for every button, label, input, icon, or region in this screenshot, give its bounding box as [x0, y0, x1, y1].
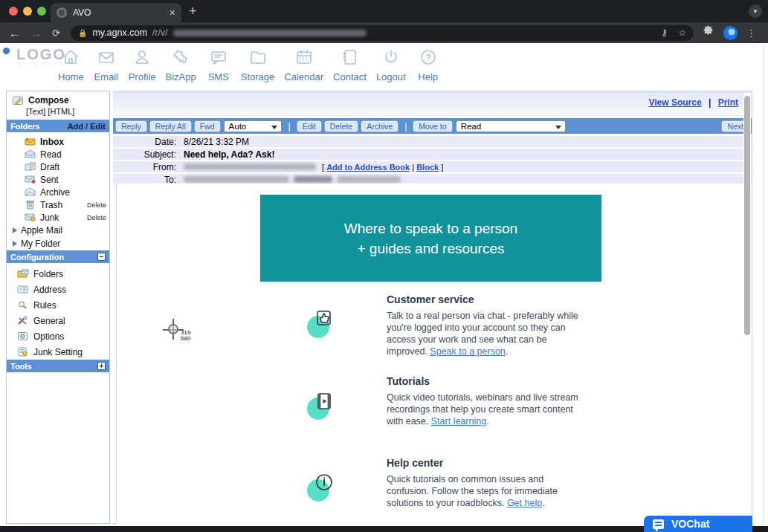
power-icon — [381, 48, 401, 70]
delete-button[interactable]: Delete — [325, 121, 358, 132]
start-learning-link[interactable]: Start learning — [431, 416, 486, 426]
sidebar-item-read[interactable]: Read — [7, 148, 109, 160]
reply-button[interactable]: Reply — [116, 121, 146, 132]
browser-toolbar: ← → ⟳ 🔒 my.agnx.com /r/v/ ⚷ ☆ ⋮ — [0, 22, 768, 43]
reading-pane-top-strip: View Source | Print — [113, 91, 752, 118]
expander-triangle-icon[interactable] — [13, 227, 17, 233]
config-options-icon — [17, 331, 28, 341]
banner-line-1: Where to speak to a person — [260, 219, 601, 238]
nav-item-sms[interactable]: SMS — [206, 48, 231, 82]
sidebar-item-junk[interactable]: Junk Delete — [7, 211, 109, 224]
collapse-minus-icon[interactable]: − — [97, 253, 106, 261]
scrollbar-track[interactable] — [743, 93, 751, 522]
config-junk-setting-icon — [17, 347, 28, 357]
minimize-window-button[interactable] — [23, 7, 32, 16]
expand-plus-icon[interactable]: + — [97, 362, 106, 370]
sidebar-item-inbox[interactable]: Inbox — [7, 135, 109, 148]
edit-button[interactable]: Edit — [297, 121, 321, 132]
browser-profile-avatar[interactable] — [723, 26, 738, 40]
browser-menu-icon[interactable]: ⋮ — [746, 27, 756, 39]
folders-section-header: Folders Add / Edit — [7, 120, 109, 132]
sidebar-item-sent[interactable]: Sent — [7, 173, 109, 186]
scrollbar-thumb[interactable] — [744, 96, 750, 335]
archive-button[interactable]: Archive — [361, 121, 398, 132]
folders-add-edit-link[interactable]: Add / Edit — [68, 122, 106, 131]
tab-close-icon[interactable]: × — [170, 7, 175, 18]
nav-item-bizapp[interactable]: BizApp — [166, 48, 196, 82]
section-help-center: Help center Quick tutorials on common is… — [260, 457, 601, 525]
expander-triangle-icon[interactable] — [13, 241, 17, 247]
read-mail-icon — [25, 149, 36, 159]
nav-item-help[interactable]: ? Help — [416, 48, 441, 82]
close-window-button[interactable] — [9, 7, 18, 16]
move-to-folder-select[interactable]: Read — [456, 120, 566, 132]
reply-all-button[interactable]: Reply All — [150, 121, 191, 132]
sidebar-item-config-options[interactable]: Options — [7, 328, 109, 344]
sidebar-item-trash[interactable]: Trash Delete — [7, 198, 109, 211]
trash-delete-link[interactable]: Delete — [87, 201, 106, 209]
format-select[interactable]: Auto — [224, 120, 282, 132]
mail-sidebar: Compose [Text] [HTML] Folders Add / Edit… — [6, 91, 110, 524]
password-key-icon[interactable]: ⚷ — [661, 27, 668, 38]
crosshair-cursor: 319 680 — [167, 322, 196, 345]
compose-button[interactable]: Compose — [7, 91, 109, 106]
video-film-icon — [307, 389, 340, 421]
redacted-reply-to-label — [294, 176, 332, 183]
bookmark-star-icon[interactable]: ☆ — [678, 27, 686, 38]
redacted-to-address — [184, 176, 289, 183]
nav-item-logout[interactable]: Logout — [376, 48, 406, 82]
nav-item-contact[interactable]: Contact — [333, 48, 367, 82]
address-bar[interactable]: 🔒 my.agnx.com /r/v/ ⚷ ☆ — [71, 25, 694, 41]
configuration-section-header[interactable]: Configuration − — [7, 250, 109, 263]
banner-line-2: + guides and resources — [260, 239, 601, 258]
nav-item-calendar[interactable]: Calendar — [284, 48, 323, 82]
folder-icon — [248, 48, 268, 70]
zoom-window-button[interactable] — [37, 7, 46, 16]
speak-to-a-person-link[interactable]: Speak to a person — [430, 346, 505, 357]
block-link[interactable]: Block — [416, 163, 439, 172]
extensions-puzzle-icon[interactable] — [703, 25, 714, 40]
browser-tab[interactable]: AVO × — [51, 3, 181, 22]
sent-mail-icon — [25, 175, 36, 184]
sidebar-item-apple-mail[interactable]: Apple Mail — [7, 224, 109, 237]
nav-item-storage[interactable]: Storage — [241, 48, 275, 82]
move-to-button[interactable]: Move to — [413, 121, 451, 132]
profile-icon — [132, 48, 152, 70]
chat-widget-button[interactable]: VOChat — [644, 516, 752, 532]
reload-icon[interactable]: ⟳ — [52, 27, 60, 39]
add-to-address-book-link[interactable]: Add to Address Book — [326, 163, 410, 172]
back-icon[interactable]: ← — [9, 27, 20, 39]
forward-button[interactable]: Fwd — [195, 121, 220, 132]
junk-delete-link[interactable]: Delete — [87, 214, 106, 221]
sidebar-item-draft[interactable]: Draft — [7, 160, 109, 173]
forward-icon[interactable]: → — [30, 27, 42, 39]
sidebar-item-my-folder[interactable]: My Folder — [7, 237, 109, 250]
email-hero-banner: Where to speak to a person + guides and … — [260, 195, 601, 282]
view-source-link[interactable]: View Source — [648, 97, 701, 108]
thumbs-up-icon — [307, 307, 340, 340]
sidebar-item-archive[interactable]: Archive — [7, 186, 109, 198]
url-redacted-segment — [173, 30, 367, 36]
config-general-icon — [17, 316, 28, 325]
sidebar-item-config-general[interactable]: General — [7, 313, 109, 328]
compose-mode-links[interactable]: [Text] [HTML] — [7, 106, 109, 120]
nav-item-home[interactable]: Home — [58, 48, 84, 82]
compose-label: Compose — [28, 95, 69, 106]
tab-search-chevron-icon[interactable]: ▼ — [749, 4, 762, 18]
sidebar-item-config-folders[interactable]: Folders — [7, 266, 109, 282]
nav-item-profile[interactable]: Profile — [129, 48, 156, 82]
tab-favicon — [57, 7, 67, 18]
get-help-link[interactable]: Get help — [507, 498, 542, 508]
new-tab-button[interactable]: + — [189, 4, 197, 18]
nav-item-email[interactable]: Email — [94, 48, 119, 82]
svg-text:?: ? — [425, 53, 430, 62]
sidebar-item-config-address[interactable]: Address — [7, 282, 109, 297]
compose-icon — [13, 96, 24, 106]
print-link[interactable]: Print — [718, 97, 738, 108]
tools-section-header[interactable]: Tools + — [7, 360, 109, 372]
header-row-subject: Subject: Need help, Ada? Ask! — [113, 149, 752, 160]
sidebar-item-config-junk-setting[interactable]: Junk Setting — [7, 344, 109, 360]
sidebar-item-config-rules[interactable]: Rules — [7, 297, 109, 313]
subject-value: Need help, Ada? Ask! — [184, 149, 274, 160]
draft-mail-icon — [25, 162, 36, 172]
